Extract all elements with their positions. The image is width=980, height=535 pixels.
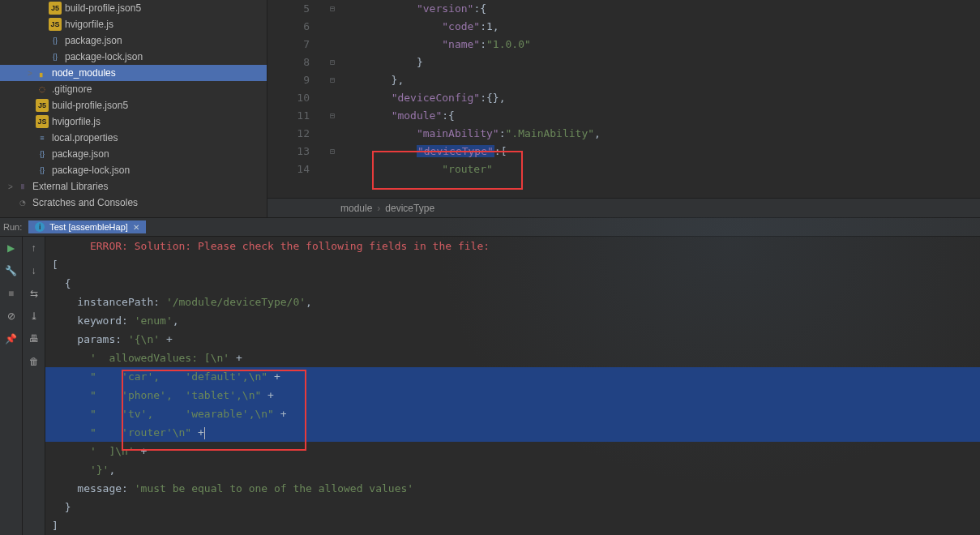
play-icon[interactable]: ▶ <box>5 242 18 255</box>
code-line[interactable]: "name":"1.0.0" <box>340 36 980 54</box>
fold-marker[interactable]: ⊟ <box>324 143 340 160</box>
run-label: Run: <box>3 222 22 232</box>
console-line[interactable]: ' allowedValues: [\n' + <box>45 349 980 367</box>
wrap-icon[interactable]: ⇆ <box>28 287 41 300</box>
breadcrumb-item[interactable]: module <box>340 203 372 214</box>
run-tab[interactable]: i Test [assembleHap] ✕ <box>28 220 146 233</box>
folder-icon: ▖ <box>36 66 49 79</box>
file-local-properties[interactable]: ≡local.properties <box>0 130 267 146</box>
chevron-right-icon[interactable]: > <box>5 182 16 191</box>
run-panel-header[interactable]: Run: i Test [assembleHap] ✕ <box>0 218 980 237</box>
trash-icon[interactable]: 🗑 <box>28 355 41 368</box>
git-icon: ◌ <box>36 83 49 96</box>
console-line[interactable]: " 'router'\n" + <box>45 423 980 442</box>
console-line[interactable]: " 'car', 'default',\n" + <box>45 367 980 386</box>
project-tree[interactable]: J5build-profile.json5JShvigorfile.js{}pa… <box>0 0 267 211</box>
breadcrumb-bar[interactable]: module › deviceType <box>267 198 980 217</box>
file-gitignore[interactable]: ◌.gitignore <box>0 81 267 97</box>
file-build-profile-json5-root[interactable]: J5build-profile.json5 <box>0 97 267 113</box>
code-lines[interactable]: "version":{ "code":1, "name":"1.0.0" } }… <box>340 0 980 198</box>
tree-item-label: package-lock.json <box>65 51 143 62</box>
fold-marker <box>324 160 340 178</box>
code-line[interactable]: "deviceType":[ <box>340 143 980 160</box>
arrow-up-icon[interactable]: ↑ <box>28 242 41 255</box>
js-icon: JS <box>49 18 62 31</box>
code-line[interactable]: }, <box>340 71 980 89</box>
console-line[interactable]: message: 'must be equal to one of the al… <box>45 479 980 498</box>
tree-item-label: package.json <box>52 148 109 160</box>
console-line[interactable]: { <box>45 274 980 293</box>
fold-marker[interactable]: ⊟ <box>324 54 340 71</box>
breadcrumb-item[interactable]: deviceType <box>385 203 434 214</box>
json-icon: {} <box>49 50 62 63</box>
file-package-lock-json-root[interactable]: {}package-lock.json <box>0 162 267 178</box>
console-line[interactable]: '}', <box>45 460 980 479</box>
console-line[interactable]: " 'tv', 'wearable',\n" + <box>45 404 980 423</box>
close-icon[interactable]: ✕ <box>133 223 139 232</box>
tree-item-label: package-lock.json <box>52 165 130 176</box>
run-toolbar-left[interactable]: ▶ 🔧 ■ ⊘ 📌 <box>0 237 23 535</box>
chevron-right-icon: › <box>377 203 380 214</box>
run-panel-body: ▶ 🔧 ■ ⊘ 📌 ↑ ↓ ⇆ ⤓ 🖶 🗑 ERROR: Solution: P… <box>0 237 980 535</box>
code-line[interactable]: "module":{ <box>340 107 980 125</box>
console-line[interactable]: ] <box>45 516 980 535</box>
fold-marker[interactable]: ⊟ <box>324 107 340 125</box>
scroll-icon[interactable]: ⤓ <box>28 310 41 323</box>
console-line[interactable]: ' ]\n' + <box>45 442 980 460</box>
js-icon: J5 <box>36 99 49 112</box>
run-toolbar-secondary[interactable]: ↑ ↓ ⇆ ⤓ 🖶 🗑 <box>23 237 45 535</box>
tree-item-label: hvigorfile.js <box>65 19 113 30</box>
file-hvigorfile-js[interactable]: JShvigorfile.js <box>0 16 267 32</box>
console-line[interactable]: [ <box>45 255 980 274</box>
json-icon: {} <box>49 34 62 47</box>
fold-column[interactable]: ⊟⊟⊟⊟⊟ <box>324 0 340 198</box>
code-editor[interactable]: 567891011121314 ⊟⊟⊟⊟⊟ "version":{ "code"… <box>267 0 980 217</box>
json-icon: {} <box>36 148 49 160</box>
console-line[interactable]: ERROR: Solution: Please check the follow… <box>45 237 980 255</box>
fold-marker <box>324 36 340 54</box>
console-output[interactable]: ERROR: Solution: Please check the follow… <box>45 237 980 535</box>
code-area[interactable]: 567891011121314 ⊟⊟⊟⊟⊟ "version":{ "code"… <box>267 0 980 198</box>
fold-marker[interactable]: ⊟ <box>324 0 340 18</box>
code-line[interactable]: "version":{ <box>340 0 980 18</box>
lib-icon: ⫴ <box>16 180 29 193</box>
js-icon: J5 <box>49 2 62 15</box>
file-package-json-root[interactable]: {}package.json <box>0 146 267 162</box>
arrow-down-icon[interactable]: ↓ <box>28 264 41 277</box>
file-package-lock-json[interactable]: {}package-lock.json <box>0 49 267 65</box>
tree-item-label: local.properties <box>52 132 118 143</box>
run-tab-label: Test [assembleHap] <box>49 222 128 232</box>
pin-icon[interactable]: 📌 <box>5 332 18 345</box>
fold-marker <box>324 89 340 107</box>
fold-marker[interactable]: ⊟ <box>324 71 340 89</box>
tree-item-label: build-profile.json5 <box>52 100 128 111</box>
file-build-profile-json5[interactable]: J5build-profile.json5 <box>0 0 267 16</box>
scratches-consoles[interactable]: ◔Scratches and Consoles <box>0 195 267 211</box>
line-number-gutter: 567891011121314 <box>267 0 324 198</box>
chevron-right-icon[interactable]: > <box>24 69 36 78</box>
code-line[interactable]: "router" <box>340 160 980 178</box>
tree-item-label: Scratches and Consoles <box>32 197 138 208</box>
wrench-icon[interactable]: 🔧 <box>5 264 18 277</box>
close-icon[interactable]: ⊘ <box>5 310 18 323</box>
stop-icon[interactable]: ■ <box>5 287 18 300</box>
tree-item-label: package.json <box>65 35 122 46</box>
code-line[interactable]: "code":1, <box>340 18 980 36</box>
code-line[interactable]: } <box>340 54 980 71</box>
project-sidebar[interactable]: J5build-profile.json5JShvigorfile.js{}pa… <box>0 0 267 217</box>
console-line[interactable]: } <box>45 498 980 516</box>
console-line[interactable]: " 'phone', 'tablet',\n" + <box>45 386 980 404</box>
file-package-json[interactable]: {}package.json <box>0 32 267 49</box>
folder-node-modules[interactable]: >▖node_modules <box>0 65 267 81</box>
print-icon[interactable]: 🖶 <box>28 332 41 345</box>
console-line[interactable]: instancePath: '/module/deviceType/0', <box>45 293 980 311</box>
code-line[interactable]: "deviceConfig":{}, <box>340 89 980 107</box>
scr-icon: ◔ <box>16 196 29 209</box>
console-line[interactable]: params: '{\n' + <box>45 330 980 349</box>
tree-item-label: .gitignore <box>52 83 92 95</box>
external-libraries[interactable]: >⫴External Libraries <box>0 178 267 195</box>
code-line[interactable]: "mainAbility":".MainAbility", <box>340 125 980 143</box>
file-hvigorfile-js-root[interactable]: JShvigorfile.js <box>0 113 267 130</box>
console-line[interactable]: keyword: 'enum', <box>45 311 980 330</box>
json-icon: ≡ <box>36 131 49 144</box>
